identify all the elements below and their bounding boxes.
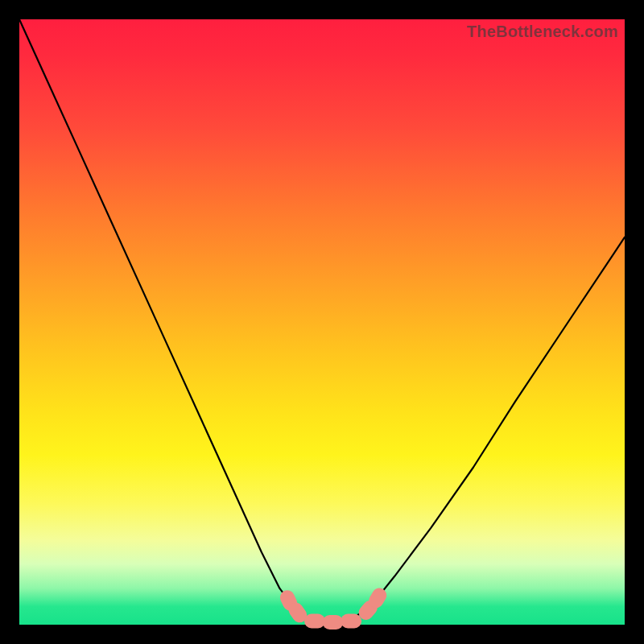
optimal-marker [323, 615, 344, 630]
plot-area: TheBottleneck.com [19, 19, 625, 625]
bottleneck-curve [19, 19, 625, 625]
optimal-marker [341, 614, 361, 629]
chart-overlay [19, 19, 625, 625]
optimal-marker [304, 614, 325, 629]
chart-frame: TheBottleneck.com [0, 0, 644, 644]
optimal-zone-markers [278, 585, 390, 630]
